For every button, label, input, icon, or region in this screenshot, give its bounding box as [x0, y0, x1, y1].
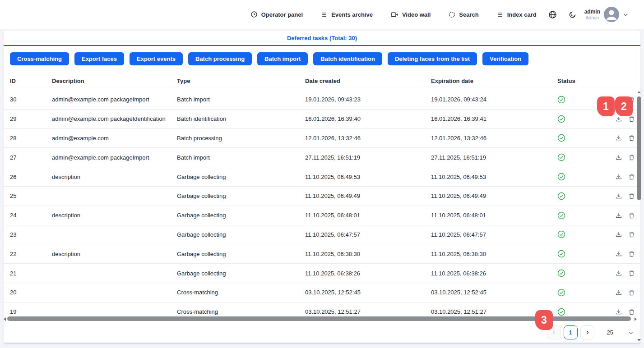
download-task-icon[interactable] [615, 212, 622, 219]
table-row: 22 description Garbage collecting 11.10.… [4, 244, 640, 264]
cell-description: admin@example.com packageImport [52, 154, 177, 161]
delete-task-icon[interactable] [628, 192, 635, 200]
column-header-description: Description [52, 78, 177, 84]
download-task-icon[interactable] [615, 192, 622, 200]
cell-type: Batch import [177, 154, 305, 161]
scroll-down-arrow-icon[interactable] [637, 339, 641, 341]
batch-processing-button[interactable]: Batch processing [188, 52, 252, 65]
table-row: 21 Garbage collecting 11.10.2025, 06:38:… [4, 264, 640, 283]
column-header-date-created: Date created [305, 78, 431, 84]
nav-events-archive[interactable]: Events archive [321, 11, 373, 18]
delete-task-icon[interactable] [628, 308, 635, 316]
avatar [604, 7, 619, 22]
status-success-icon [557, 269, 612, 277]
verification-button[interactable]: Verification [482, 52, 528, 65]
tab-label: Deferred tasks (Total: 30) [287, 35, 357, 41]
download-task-icon[interactable] [615, 250, 622, 257]
table-row: 23 Garbage collecting 11.10.2025, 06:47:… [4, 225, 640, 245]
dark-theme-moon-icon[interactable] [569, 11, 576, 18]
cell-expiration-date: 11.10.2025, 06:48:01 [431, 212, 557, 219]
cell-type: Garbage collecting [177, 192, 305, 199]
nav-search[interactable]: Search [449, 11, 478, 18]
status-success-icon [557, 308, 612, 316]
status-success-icon [557, 250, 612, 258]
delete-task-icon[interactable] [628, 212, 635, 219]
column-header-id: ID [10, 78, 52, 84]
cell-type: Batch identification [177, 115, 305, 122]
cell-date-created: 19.01.2026, 09:43:23 [305, 96, 431, 103]
table-row: 25 Garbage collecting 11.10.2025, 06:49:… [4, 187, 640, 206]
cell-expiration-date: 11.10.2025, 06:38:30 [431, 251, 557, 257]
table-row: 30 admin@example.com packageImport Batch… [4, 90, 640, 110]
download-task-icon[interactable] [615, 134, 622, 142]
download-task-icon[interactable] [615, 231, 622, 238]
scroll-up-arrow-icon[interactable] [637, 91, 641, 93]
cell-id: 28 [10, 135, 52, 142]
delete-task-icon[interactable] [628, 115, 635, 123]
batch-import-button[interactable]: Batch import [257, 52, 308, 65]
cell-date-created: 12.01.2026, 13:32:46 [305, 135, 431, 142]
pagination: 1 25 [547, 325, 634, 339]
language-globe-icon[interactable] [548, 10, 557, 19]
nav-video-wall[interactable]: Video wall [391, 11, 431, 18]
cell-type: Garbage collecting [177, 212, 305, 219]
cell-id: 25 [10, 192, 52, 199]
vertical-scrollbar[interactable] [637, 90, 641, 321]
tab-deferred-tasks[interactable]: Deferred tasks (Total: 30) [4, 31, 640, 46]
cell-description: admin@example.com packageImport [52, 96, 177, 103]
scroll-left-arrow-icon[interactable] [4, 317, 6, 321]
delete-task-icon[interactable] [628, 173, 635, 180]
delete-task-icon[interactable] [628, 154, 635, 161]
export-faces-button[interactable]: Export faces [74, 52, 124, 65]
download-task-icon[interactable] [615, 289, 622, 296]
chevron-down-icon [623, 12, 629, 18]
cross-matching-button[interactable]: Cross-matching [10, 52, 69, 65]
cell-date-created: 03.10.2025, 12:52:45 [305, 289, 431, 296]
column-header-expiration-date: Expiration date [431, 78, 557, 84]
nav-index-card[interactable]: Index card [497, 11, 537, 18]
cell-expiration-date: 11.10.2025, 06:38:26 [431, 270, 557, 277]
cell-type: Batch processing [177, 135, 305, 142]
delete-task-icon[interactable] [628, 250, 635, 257]
next-page-button[interactable] [580, 325, 594, 339]
delete-task-icon[interactable] [628, 134, 635, 142]
download-task-icon[interactable] [615, 115, 622, 123]
cell-id: 30 [10, 96, 52, 103]
delete-task-icon[interactable] [628, 231, 635, 238]
page-size-value: 25 [607, 329, 613, 336]
deleting-faces-from-list-button[interactable]: Deleting faces from the list [388, 52, 477, 65]
download-task-icon[interactable] [615, 154, 622, 161]
export-events-button[interactable]: Export events [130, 52, 183, 65]
cell-date-created: 11.10.2025, 06:47:57 [305, 231, 431, 238]
vertical-scrollbar-thumb[interactable] [637, 96, 641, 200]
page-number-button[interactable]: 1 [564, 325, 578, 339]
cell-type: Cross-matching [177, 308, 305, 315]
table-row: 29 admin@example.com packageIdentificati… [4, 110, 640, 129]
cell-description: description [52, 174, 177, 180]
nav-operator-panel[interactable]: Operator panel [250, 11, 303, 18]
clock-icon [250, 11, 258, 18]
status-success-icon [557, 153, 612, 161]
download-task-icon[interactable] [615, 270, 622, 277]
download-task-icon[interactable] [615, 173, 622, 180]
scroll-right-arrow-icon[interactable] [635, 317, 637, 321]
status-success-icon [557, 173, 612, 181]
page-size-select[interactable]: 25 [607, 329, 634, 336]
cell-id: 19 [10, 308, 52, 315]
delete-task-icon[interactable] [628, 270, 635, 277]
batch-identification-button[interactable]: Batch identification [313, 52, 382, 65]
nav-label: Events archive [331, 11, 373, 18]
cell-id: 23 [10, 231, 52, 238]
cell-id: 20 [10, 289, 52, 296]
delete-task-icon[interactable] [628, 289, 635, 296]
cell-type: Batch import [177, 96, 305, 103]
nav-label: Search [459, 11, 478, 18]
status-success-icon [557, 211, 612, 220]
column-header-type: Type [177, 78, 305, 84]
download-task-icon[interactable] [615, 308, 622, 316]
list-icon [321, 11, 328, 18]
cell-expiration-date: 12.01.2026, 13:32:46 [431, 135, 557, 142]
cell-date-created: 11.10.2025, 06:48:01 [305, 212, 431, 219]
user-menu[interactable]: admin Admin [584, 7, 629, 22]
video-camera-icon [391, 11, 398, 18]
